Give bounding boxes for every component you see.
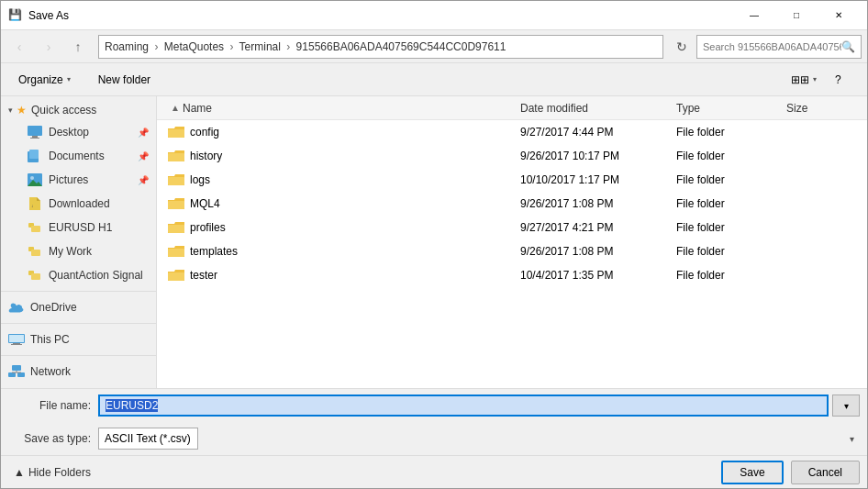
onedrive-icon: [8, 299, 25, 316]
file-date: 9/26/2017 1:08 PM: [520, 245, 676, 258]
back-button[interactable]: ‹: [6, 34, 32, 60]
svg-rect-28: [168, 201, 184, 209]
sidebar-item-quantaction[interactable]: QuantAction Signal: [1, 263, 156, 287]
sidebar-item-desktop[interactable]: Desktop 📌: [1, 120, 156, 144]
file-date: 9/26/2017 1:08 PM: [520, 197, 676, 210]
file-name: templates: [190, 245, 238, 258]
minimize-button[interactable]: —: [733, 1, 775, 30]
view-button[interactable]: ⊞⊞ ▾: [781, 68, 827, 92]
hide-folders-button[interactable]: ▲ Hide Folders: [8, 462, 96, 483]
quantaction-icon: [27, 267, 43, 283]
file-name: profiles: [190, 221, 226, 234]
mywork-label: My Work: [49, 245, 92, 258]
nav-bar: ‹ › ↑ Roaming › MetaQuotes › Terminal › …: [1, 30, 867, 63]
file-date: 9/27/2017 4:44 PM: [520, 126, 676, 139]
crumb-metaquotes: MetaQuotes: [164, 40, 224, 53]
maximize-button[interactable]: □: [775, 1, 818, 30]
thispc-label: This PC: [30, 333, 70, 346]
crumb-roaming: Roaming: [105, 40, 149, 53]
col-type-header[interactable]: Type: [676, 102, 786, 115]
file-type: File folder: [676, 245, 786, 258]
sidebar-item-downloaded[interactable]: ↓ Downloaded: [1, 192, 156, 216]
refresh-button[interactable]: ↻: [671, 36, 693, 58]
title-bar: 💾 Save As — □ ✕: [1, 1, 867, 30]
view-dropdown-arrow: ▾: [813, 75, 817, 83]
documents-label: Documents: [49, 150, 105, 162]
file-name: tester: [190, 269, 217, 282]
folder-svg: [168, 150, 184, 162]
table-row[interactable]: MQL4 9/26/2017 1:08 PM File folder: [157, 192, 867, 216]
file-name: MQL4: [190, 197, 220, 210]
quick-access-chevron: ▾: [8, 106, 13, 115]
table-row[interactable]: history 9/26/2017 10:17 PM File folder: [157, 144, 867, 168]
folder-svg: [168, 245, 184, 258]
filename-label: File name:: [8, 399, 91, 412]
up-button[interactable]: ↑: [65, 34, 91, 60]
crumb-terminal: Terminal: [239, 40, 281, 53]
sidebar-item-pictures[interactable]: Pictures 📌: [1, 168, 156, 192]
cancel-button[interactable]: Cancel: [791, 461, 860, 484]
file-name: history: [190, 150, 222, 162]
folder-svg: [168, 269, 184, 282]
pictures-icon: [27, 172, 43, 188]
close-button[interactable]: ✕: [818, 1, 860, 30]
folder-icon: [168, 172, 184, 188]
quick-access-section[interactable]: ▾ ★ Quick access: [1, 100, 156, 120]
svg-rect-2: [30, 138, 39, 139]
file-type: File folder: [676, 197, 786, 210]
search-input[interactable]: [703, 41, 841, 52]
hide-folders-label: Hide Folders: [28, 466, 91, 479]
file-type: File folder: [676, 150, 786, 162]
address-bar[interactable]: Roaming › MetaQuotes › Terminal › 915566…: [98, 35, 663, 59]
breadcrumb: Roaming › MetaQuotes › Terminal › 915566…: [105, 40, 506, 53]
organize-button[interactable]: Organize ▾: [8, 68, 81, 92]
desktop-label: Desktop: [49, 126, 89, 139]
file-name: logs: [190, 173, 210, 186]
filename-row: File name: ▾: [1, 389, 867, 422]
svg-text:↓: ↓: [31, 203, 34, 208]
sidebar-item-mywork[interactable]: My Work: [1, 239, 156, 263]
col-name-header[interactable]: ▲ Name: [164, 102, 520, 115]
table-row[interactable]: config 9/27/2017 4:44 PM File folder: [157, 120, 867, 144]
folder-icon: [168, 195, 184, 212]
filetype-select[interactable]: ASCII Text (*.csv): [98, 428, 198, 450]
col-date-header[interactable]: Date modified: [520, 102, 676, 115]
file-date: 9/26/2017 10:17 PM: [520, 150, 676, 162]
filename-dropdown-button[interactable]: ▾: [832, 395, 860, 417]
sidebar-item-network[interactable]: Network: [1, 360, 156, 383]
search-icon: 🔍: [841, 40, 855, 53]
quantaction-label: QuantAction Signal: [49, 269, 143, 282]
svg-rect-30: [168, 249, 184, 257]
folder-icon: [168, 124, 184, 140]
file-rows-container: config 9/27/2017 4:44 PM File folder his…: [157, 120, 867, 287]
help-button[interactable]: ?: [834, 68, 860, 92]
file-date: 10/4/2017 1:35 PM: [520, 269, 676, 282]
file-type: File folder: [676, 221, 786, 234]
svg-rect-27: [168, 177, 184, 185]
main-content: ▾ ★ Quick access Desktop 📌 Documents 📌: [1, 96, 867, 388]
window-icon: 💾: [8, 8, 23, 23]
table-row[interactable]: templates 9/26/2017 1:08 PM File folder: [157, 239, 867, 263]
sidebar-item-thispc[interactable]: This PC: [1, 328, 156, 351]
eurusd-label: EURUSD H1: [49, 221, 112, 234]
forward-button[interactable]: ›: [36, 34, 61, 60]
col-size-header[interactable]: Size: [786, 102, 860, 115]
onedrive-label: OneDrive: [30, 301, 77, 314]
table-row[interactable]: logs 10/10/2017 1:17 PM File folder: [157, 168, 867, 192]
sidebar-sep-1: [1, 291, 156, 292]
svg-point-6: [30, 176, 34, 180]
filename-input[interactable]: [98, 395, 829, 417]
sidebar: ▾ ★ Quick access Desktop 📌 Documents 📌: [1, 96, 157, 388]
table-row[interactable]: profiles 9/27/2017 4:21 PM File folder: [157, 216, 867, 239]
mywork-icon: [27, 243, 43, 260]
save-button[interactable]: Save: [721, 461, 783, 484]
folder-svg: [168, 221, 184, 234]
new-folder-button[interactable]: New folder: [88, 68, 161, 92]
svg-rect-10: [31, 226, 40, 232]
sidebar-item-documents[interactable]: Documents 📌: [1, 144, 156, 168]
downloaded-label: Downloaded: [49, 197, 110, 210]
table-row[interactable]: tester 10/4/2017 1:35 PM File folder: [157, 263, 867, 287]
svg-rect-4: [29, 150, 39, 159]
sidebar-item-onedrive[interactable]: OneDrive: [1, 295, 156, 319]
sidebar-item-eurusd[interactable]: EURUSD H1: [1, 216, 156, 239]
